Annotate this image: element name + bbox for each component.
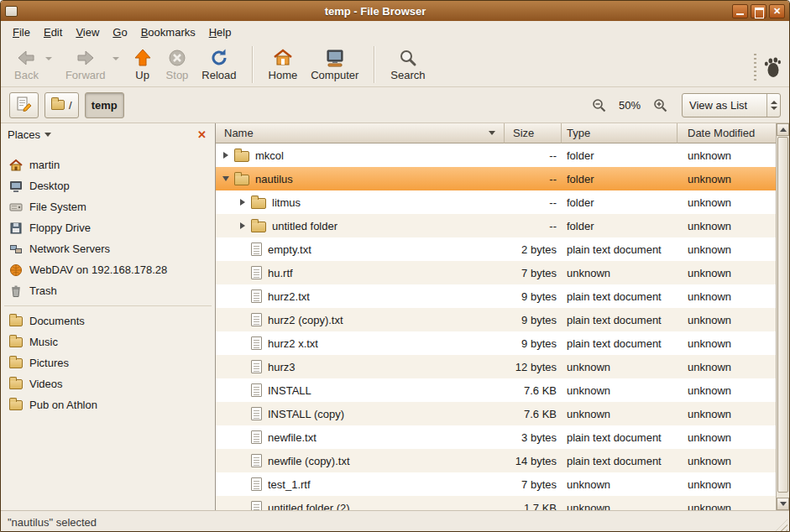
table-row[interactable]: test_1.rtf 7 bytes unknown unknown [216,472,776,496]
table-row[interactable]: mkcol -- folder unknown [216,143,776,167]
sidebar-item-pub-on-athlon[interactable]: Pub on Athlon [1,394,215,415]
sidebar-item-network[interactable]: Network Servers [1,238,215,259]
column-header-size[interactable]: Size [505,123,562,143]
up-button[interactable]: Up [126,45,160,82]
vertical-scrollbar[interactable] [776,123,789,510]
file-icon [251,360,262,373]
stop-button[interactable]: Stop [160,45,196,82]
file-type: plain text document [562,337,678,350]
file-type: folder [562,196,678,209]
folder-icon [251,222,266,232]
minimize-button[interactable] [732,4,748,18]
sidebar-item-documents[interactable]: Documents [1,310,215,331]
table-row[interactable]: untitled folder -- folder unknown [216,214,776,237]
table-row[interactable]: INSTALL 7.6 KB unknown unknown [216,378,776,402]
menu-help[interactable]: Help [202,23,238,41]
folder-icon [9,399,23,412]
close-button[interactable] [769,4,785,18]
toggle-location-entry-button[interactable] [9,92,39,118]
folder-icon [9,315,23,328]
scrollbar-thumb[interactable] [777,137,788,493]
table-row[interactable]: newfile (copy).txt 14 bytes plain text d… [216,449,776,472]
file-type: folder [562,149,678,162]
sidebar-item-videos[interactable]: Videos [1,373,215,394]
table-row[interactable]: untitled folder (2) 1.7 KB unknown unkno… [216,496,776,510]
table-row[interactable]: empty.txt 2 bytes plain text document un… [216,237,776,261]
resize-grip[interactable] [776,519,787,531]
file-type: unknown [562,478,678,491]
table-row[interactable]: hu.rtf 7 bytes unknown unknown [216,261,776,284]
file-type: unknown [562,361,678,373]
file-browser-window: temp - File Browser File Edit View Go Bo… [0,0,790,532]
file-name: hurz2.txt [268,290,310,303]
sidebar-close-icon[interactable]: ✕ [196,128,208,142]
stop-icon [167,46,187,69]
sidebar-item-floppy[interactable]: Floppy Drive [1,217,215,238]
titlebar[interactable]: temp - File Browser [1,1,789,21]
expander-icon[interactable] [238,199,248,206]
column-header-date-modified[interactable]: Date Modified [678,123,776,143]
zoom-out-button[interactable] [590,96,608,114]
file-type: plain text document [562,431,678,444]
home-button[interactable]: Home [262,45,305,82]
maximize-button[interactable] [751,4,766,18]
table-row[interactable]: newfile.txt 3 bytes plain text document … [216,425,776,449]
forward-dropdown-icon[interactable] [112,57,119,60]
menu-file[interactable]: File [6,23,37,41]
folder-icon [234,151,249,162]
table-row[interactable]: hurz3 12 bytes unknown unknown [216,355,776,378]
search-button[interactable]: Search [384,45,432,82]
table-row-selected[interactable]: nautilus -- folder unknown [216,167,776,190]
sidebar-item-desktop[interactable]: Desktop [1,175,215,196]
edit-location-icon [16,96,32,114]
file-type: folder [562,220,678,232]
file-name: untitled folder (2) [268,502,350,511]
sidebar-item-trash[interactable]: Trash [1,280,215,301]
file-modified: unknown [678,337,776,350]
path-button-root[interactable]: / [44,92,79,118]
menu-bookmarks[interactable]: Bookmarks [134,23,202,41]
sidebar-item-music[interactable]: Music [1,331,215,352]
view-mode-select[interactable]: View as List [682,93,781,117]
menu-view[interactable]: View [69,23,106,41]
places-dropdown-button[interactable]: Places [8,128,51,141]
expander-icon[interactable] [221,152,231,159]
sidebar-item-label: WebDAV on 192.168.178.28 [29,263,167,276]
sidebar-item-pictures[interactable]: Pictures [1,352,215,373]
column-header-type[interactable]: Type [562,123,678,143]
sidebar-item-webdav[interactable]: WebDAV on 192.168.178.28 [1,259,215,280]
sidebar-item-home[interactable]: martin [1,154,215,175]
location-bar: / temp 50% View as List [1,87,789,123]
forward-button[interactable]: Forward [59,45,112,82]
file-size: -- [505,149,562,162]
path-button-current[interactable]: temp [85,92,124,118]
zoom-in-button[interactable] [651,96,669,114]
table-row[interactable]: hurz2.txt 9 bytes plain text document un… [216,284,776,308]
menu-go[interactable]: Go [106,23,133,41]
table-row[interactable]: hurz2 (copy).txt 9 bytes plain text docu… [216,308,776,331]
file-size: 7.6 KB [505,384,562,397]
file-icon [251,407,262,420]
table-row[interactable]: hurz2 x.txt 9 bytes plain text document … [216,331,776,355]
scroll-down-button[interactable] [777,498,789,510]
back-icon [16,46,36,69]
computer-button[interactable]: Computer [304,45,365,82]
back-dropdown-icon[interactable] [45,57,52,60]
sidebar-item-label: Pictures [29,357,69,369]
status-bar: "nautilus" selected [1,510,789,532]
reload-button[interactable]: Reload [195,45,243,82]
menu-edit[interactable]: Edit [37,23,69,41]
table-row[interactable]: litmus -- folder unknown [216,190,776,214]
column-header-name[interactable]: Name [216,123,505,143]
table-row[interactable]: INSTALL (copy) 7.6 KB unknown unknown [216,402,776,425]
expander-icon[interactable] [238,222,248,229]
sidebar-item-filesystem[interactable]: File System [1,196,215,217]
folder-icon [9,378,23,391]
expander-icon[interactable] [221,176,231,181]
search-icon [398,46,418,69]
file-name: test_1.rtf [268,478,311,491]
scroll-up-button[interactable] [777,123,789,136]
back-button[interactable]: Back [8,45,45,82]
root-path-label: / [69,99,72,112]
toolbar-grip [754,54,756,82]
